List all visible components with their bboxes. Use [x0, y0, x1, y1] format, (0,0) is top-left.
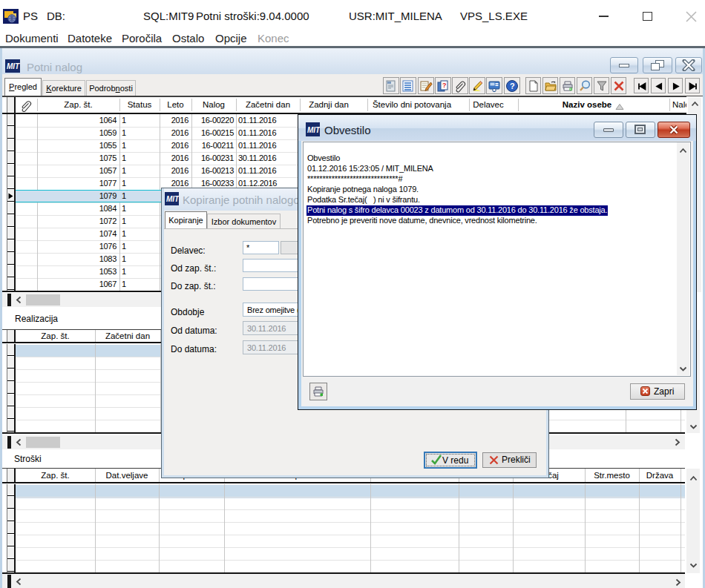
svg-text:MIT: MIT: [7, 62, 20, 70]
svg-text:?: ?: [510, 82, 515, 90]
svg-text:MIT: MIT: [307, 126, 320, 134]
svg-text:?: ?: [442, 82, 447, 89]
svg-text:MIT: MIT: [166, 195, 179, 203]
